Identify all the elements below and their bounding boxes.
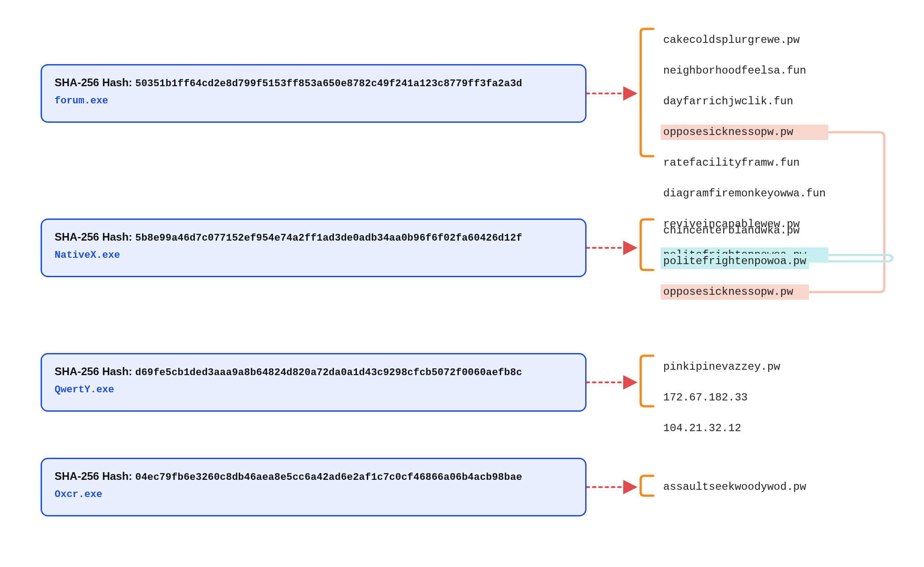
domain-item: 104.21.32.12 [661,421,783,436]
domain-item-shared: opposesicknessopw.pw [661,284,809,300]
hash-box: SHA-256 Hash: 5b8e99a46d7c077152ef954e74… [41,218,587,277]
hash-label: SHA-256 Hash: [55,470,135,482]
bracket [641,476,653,496]
domain-item: diagramfiremonkeyowwa.fun [661,186,828,201]
diagram-canvas: SHA-256 Hash: 50351b1ff64cd2e8d799f5153f… [0,0,924,567]
filename: NativeX.exe [55,250,573,261]
hash-label: SHA-256 Hash: [55,76,135,88]
hash-value: 5b8e99a46d7c077152ef954e74a2ff1ad3de0adb… [135,232,522,244]
hash-value: 04ec79fb6e3260c8db46aea8e5cc6a42ad6e2af1… [135,472,522,483]
domain-item: dayfarrichjwclik.fun [661,94,828,109]
hash-label: SHA-256 Hash: [55,231,135,243]
hash-line: SHA-256 Hash: d69fe5cb1ded3aaa9a8b64824d… [55,364,573,380]
domain-item: 172.67.182.33 [661,390,783,405]
bracket [641,29,653,156]
filename: forum.exe [55,95,573,107]
domain-item-shared: politefrightenpowoa.pw [661,254,809,269]
hash-label: SHA-256 Hash: [55,365,135,377]
hash-box: SHA-256 Hash: 50351b1ff64cd2e8d799f5153f… [41,64,587,123]
filename: Oxcr.exe [55,489,573,500]
hash-box: SHA-256 Hash: 04ec79fb6e3260c8db46aea8e5… [41,458,587,516]
domain-item: assaultseekwoodywod.pw [661,479,809,495]
domain-list: pinkipinevazzey.pw172.67.182.33104.21.32… [661,359,783,451]
domain-item: chincenterblandwka.pw [661,223,809,238]
hash-value: 50351b1ff64cd2e8d799f5153ff853a650e8782c… [135,78,522,89]
domain-item-shared: opposesicknessopw.pw [661,125,828,140]
domain-list: assaultseekwoodywod.pw [661,479,809,510]
domain-item: neighborhoodfeelsa.fun [661,63,828,79]
domain-item: pinkipinevazzey.pw [661,359,783,375]
hash-box: SHA-256 Hash: d69fe5cb1ded3aaa9a8b64824d… [41,353,587,412]
domain-item: ratefacilityframw.fun [661,155,828,171]
domain-item: cakecoldsplurgrewe.pw [661,33,828,48]
domain-list: chincenterblandwka.pwpolitefrightenpowoa… [661,223,809,315]
filename: QwertY.exe [55,384,573,395]
hash-value: d69fe5cb1ded3aaa9a8b64824d820a72da0a1d43… [135,367,522,378]
bracket [641,356,653,406]
hash-line: SHA-256 Hash: 50351b1ff64cd2e8d799f5153f… [55,75,573,91]
hash-line: SHA-256 Hash: 5b8e99a46d7c077152ef954e74… [55,230,573,245]
bracket [641,219,653,270]
hash-line: SHA-256 Hash: 04ec79fb6e3260c8db46aea8e5… [55,469,573,484]
